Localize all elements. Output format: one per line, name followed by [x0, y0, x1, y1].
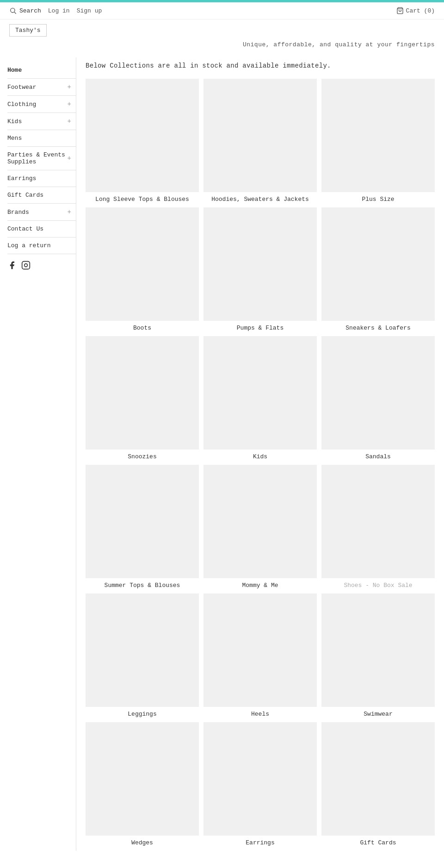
collection-item[interactable]: Sandals — [321, 336, 435, 460]
sidebar-items-container: HomeFootwear+Clothing+Kids+MensParties &… — [7, 62, 76, 254]
sidebar-social — [7, 254, 76, 270]
svg-line-1 — [14, 12, 16, 14]
sidebar-item-label: Contact Us — [7, 225, 43, 232]
collection-label: Heels — [251, 711, 269, 718]
collection-image — [204, 722, 317, 836]
collection-image — [86, 593, 199, 707]
collection-image — [321, 465, 435, 578]
page-heading: Below Collections are all in stock and a… — [86, 62, 435, 69]
collection-image — [321, 207, 435, 321]
collection-item[interactable]: Snoozies — [86, 336, 199, 460]
header: Search Log in Sign up Cart (0) — [0, 2, 444, 19]
cart-area[interactable]: Cart (0) — [396, 7, 435, 14]
sidebar-item-brands[interactable]: Brands+ — [7, 204, 76, 221]
content: Below Collections are all in stock and a… — [76, 57, 444, 851]
collection-image — [86, 79, 199, 192]
collection-item[interactable]: Hoodies, Sweaters & Jackets — [204, 79, 317, 203]
collection-label: Sneakers & Loafers — [345, 325, 410, 331]
sidebar-item-home[interactable]: Home — [7, 62, 76, 79]
facebook-icon[interactable] — [7, 261, 17, 270]
sidebar-item-label: Gift Cards — [7, 192, 43, 199]
logo[interactable]: Tashy's — [9, 24, 47, 37]
collection-item[interactable]: Kids — [204, 336, 317, 460]
collection-image — [204, 336, 317, 450]
collection-label: Summer Tops & Blouses — [105, 582, 180, 589]
search-label: Search — [19, 7, 41, 14]
collection-item[interactable]: Swimwear — [321, 593, 435, 718]
sidebar-item-mens[interactable]: Mens — [7, 130, 76, 147]
collection-image — [204, 207, 317, 321]
collection-item[interactable]: Pumps & Flats — [204, 207, 317, 331]
collection-item[interactable]: Summer Tops & Blouses — [86, 465, 199, 589]
collection-label: Long Sleeve Tops & Blouses — [95, 196, 189, 203]
sidebar: HomeFootwear+Clothing+Kids+MensParties &… — [0, 57, 76, 851]
collection-item[interactable]: Long Sleeve Tops & Blouses — [86, 79, 199, 203]
sidebar-item-parties-&-events-supplies[interactable]: Parties & Events Supplies+ — [7, 147, 76, 170]
sidebar-item-footwear[interactable]: Footwear+ — [7, 79, 76, 96]
search-icon — [9, 7, 17, 14]
sidebar-item-label: Home — [7, 67, 22, 74]
collection-item[interactable]: Earrings — [204, 722, 317, 846]
collections-grid: Long Sleeve Tops & BlousesHoodies, Sweat… — [86, 79, 435, 846]
sidebar-item-clothing[interactable]: Clothing+ — [7, 96, 76, 113]
collection-label: Kids — [253, 453, 267, 460]
collection-image — [86, 465, 199, 578]
search-button[interactable]: Search — [9, 7, 41, 14]
collection-image — [204, 465, 317, 578]
collection-item[interactable]: Sneakers & Loafers — [321, 207, 435, 331]
collection-label: Plus Size — [362, 196, 394, 203]
sidebar-item-label: Kids — [7, 118, 22, 125]
collection-image — [86, 722, 199, 836]
collection-item[interactable]: Plus Size — [321, 79, 435, 203]
collection-label: Wedges — [131, 839, 153, 846]
collection-item[interactable]: Mommy & Me — [204, 465, 317, 589]
collection-label: Earrings — [246, 839, 274, 846]
cart-icon — [396, 7, 404, 14]
collection-item[interactable]: Shoes - No Box Sale — [321, 465, 435, 589]
logo-area: Tashy's — [0, 19, 444, 39]
sidebar-item-earrings[interactable]: Earrings — [7, 170, 76, 187]
sidebar-expand-icon: + — [68, 100, 71, 108]
collection-item[interactable]: Leggings — [86, 593, 199, 718]
sidebar-item-contact-us[interactable]: Contact Us — [7, 221, 76, 237]
collection-image — [321, 722, 435, 836]
collection-item[interactable]: Heels — [204, 593, 317, 718]
collection-label: Boots — [133, 325, 151, 331]
sidebar-expand-icon: + — [68, 155, 71, 162]
collection-label: Leggings — [128, 711, 156, 718]
sidebar-item-label: Log a return — [7, 242, 51, 249]
collection-image — [86, 336, 199, 450]
cart-label: Cart (0) — [406, 7, 435, 14]
header-nav: Log in Sign up — [48, 7, 102, 14]
sidebar-item-gift-cards[interactable]: Gift Cards — [7, 187, 76, 204]
main-layout: HomeFootwear+Clothing+Kids+MensParties &… — [0, 57, 444, 868]
collection-label: Pumps & Flats — [237, 325, 284, 331]
sidebar-item-log-a-return[interactable]: Log a return — [7, 237, 76, 254]
collection-item[interactable]: Wedges — [86, 722, 199, 846]
sidebar-expand-icon: + — [68, 208, 71, 216]
signup-link[interactable]: Sign up — [77, 7, 102, 14]
collection-label: Snoozies — [128, 453, 156, 460]
collection-image — [321, 79, 435, 192]
sidebar-item-kids[interactable]: Kids+ — [7, 113, 76, 130]
collection-item[interactable]: Boots — [86, 207, 199, 331]
collection-item[interactable]: Gift Cards — [321, 722, 435, 846]
collection-image — [321, 336, 435, 450]
sidebar-item-label: Parties & Events Supplies — [7, 151, 68, 165]
instagram-icon[interactable] — [21, 261, 31, 270]
sidebar-item-label: Mens — [7, 135, 22, 142]
sidebar-item-label: Footwear — [7, 84, 36, 91]
collection-label: Gift Cards — [360, 839, 396, 846]
sidebar-expand-icon: + — [68, 118, 71, 125]
header-left: Search Log in Sign up — [9, 7, 102, 14]
collection-label: Swimwear — [364, 711, 392, 718]
collection-image — [321, 593, 435, 707]
sidebar-item-label: Earrings — [7, 175, 36, 182]
collection-label: Sandals — [365, 453, 391, 460]
svg-point-4 — [25, 264, 28, 267]
sidebar-expand-icon: + — [68, 83, 71, 91]
svg-rect-3 — [22, 262, 30, 269]
svg-point-5 — [28, 263, 28, 263]
tagline: Unique, affordable, and quality at your … — [0, 39, 444, 57]
login-link[interactable]: Log in — [48, 7, 70, 14]
